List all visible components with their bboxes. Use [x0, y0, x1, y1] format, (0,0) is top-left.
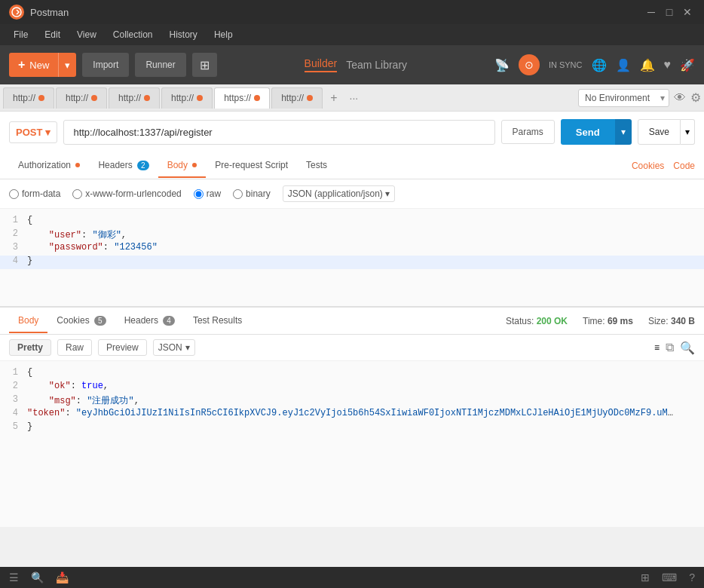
binary-label: binary: [246, 188, 271, 199]
bell-icon[interactable]: 🔔: [640, 58, 655, 72]
more-tabs-button[interactable]: ···: [344, 89, 365, 107]
maximize-button[interactable]: □: [662, 5, 677, 20]
env-eye-icon[interactable]: 👁: [674, 91, 686, 105]
resp-tab-test-results[interactable]: Test Results: [184, 309, 251, 333]
status-panel-icon[interactable]: ☰: [9, 571, 19, 583]
menu-history[interactable]: History: [162, 26, 205, 43]
tab-headers[interactable]: Headers 2: [89, 154, 158, 178]
tab-2[interactable]: http://: [56, 87, 107, 109]
code-link[interactable]: Code: [673, 161, 695, 171]
req-line-1: 1 {: [0, 215, 704, 228]
menu-edit[interactable]: Edit: [37, 26, 68, 43]
form-data-radio[interactable]: [9, 189, 19, 199]
resp-tab-cookies[interactable]: Cookies 5: [47, 309, 115, 333]
resp-json-value: JSON: [158, 342, 182, 353]
globe-icon[interactable]: 🌐: [592, 58, 607, 72]
svg-point-0: [12, 8, 21, 17]
tab-pre-request[interactable]: Pre-request Script: [206, 154, 297, 178]
response-status-bar: Status: 200 OK Time: 69 ms Size: 340 B: [506, 316, 695, 326]
resp-filter-icon[interactable]: ≡: [654, 342, 660, 353]
resp-tab-body[interactable]: Body: [9, 309, 47, 333]
title-bar: Postman ─ □ ✕: [0, 0, 704, 24]
cookies-link[interactable]: Cookies: [632, 161, 664, 171]
menu-view[interactable]: View: [69, 26, 104, 43]
new-button-arrow[interactable]: ▾: [59, 53, 76, 77]
minimize-button[interactable]: ─: [644, 5, 659, 20]
resp-pretty-button[interactable]: Pretty: [9, 339, 51, 356]
resp-cookies-label: Cookies: [57, 315, 89, 326]
send-dropdown-button[interactable]: ▾: [615, 119, 632, 145]
rocket-icon[interactable]: 🚀: [680, 58, 695, 72]
time-value: 69 ms: [608, 316, 633, 326]
status-keyboard-icon[interactable]: ⌨: [662, 571, 677, 583]
add-tab-button[interactable]: +: [324, 88, 343, 108]
new-button[interactable]: + New ▾: [9, 53, 76, 77]
environment-selector[interactable]: No Environment: [578, 89, 669, 107]
notification-icon[interactable]: 📡: [494, 58, 510, 72]
tab-3[interactable]: http://: [109, 87, 160, 109]
menu-file[interactable]: File: [6, 26, 35, 43]
resp-copy-icon[interactable]: ⧉: [666, 341, 674, 354]
status-search-icon[interactable]: 🔍: [31, 571, 44, 583]
tab-6-dot: [307, 95, 313, 101]
new-button-label: New: [29, 60, 49, 71]
url-encoded-option[interactable]: x-www-form-urlencoded: [72, 188, 181, 199]
raw-radio[interactable]: [194, 189, 204, 199]
tab-tests[interactable]: Tests: [297, 154, 336, 178]
heart-icon[interactable]: ♥: [664, 58, 672, 72]
tab-authorization[interactable]: Authorization: [9, 154, 89, 178]
close-button[interactable]: ✕: [680, 5, 695, 20]
tab-body[interactable]: Body: [158, 154, 207, 178]
status-inbox-icon[interactable]: 📥: [56, 571, 69, 583]
time-label: Time: 69 ms: [583, 316, 633, 326]
status-help-icon[interactable]: ?: [689, 571, 695, 583]
binary-option[interactable]: binary: [233, 188, 271, 199]
form-data-option[interactable]: form-data: [9, 188, 60, 199]
tab-2-dot: [91, 95, 97, 101]
menu-collection[interactable]: Collection: [106, 26, 161, 43]
tab-6-label: http://: [281, 93, 304, 103]
authorization-dot: [75, 163, 80, 167]
resp-preview-button[interactable]: Preview: [98, 339, 147, 356]
method-selector[interactable]: POST ▾: [9, 121, 57, 143]
sync-icon[interactable]: ⊙: [519, 54, 540, 75]
user-icon[interactable]: 👤: [616, 58, 631, 72]
resp-raw-button[interactable]: Raw: [57, 339, 92, 356]
team-library-tab[interactable]: Team Library: [346, 59, 407, 71]
resp-body-label: Body: [18, 315, 38, 326]
runner-button[interactable]: Runner: [135, 53, 185, 77]
body-options: form-data x-www-form-urlencoded raw bina…: [0, 179, 704, 209]
tab-4[interactable]: http://: [161, 87, 213, 109]
request-body-editor[interactable]: 1 { 2 "user": "御彩", 3 "password": "12345…: [0, 209, 704, 307]
body-dot: [192, 163, 197, 167]
app-logo: [9, 5, 24, 20]
app-title: Postman: [30, 7, 69, 18]
params-button[interactable]: Params: [501, 120, 555, 144]
response-tabs: Body Cookies 5 Headers 4 Test Results St…: [0, 308, 704, 335]
menu-help[interactable]: Help: [207, 26, 240, 43]
send-button[interactable]: Send: [561, 119, 615, 145]
proxy-button[interactable]: ⊞: [192, 53, 217, 77]
url-encoded-radio[interactable]: [72, 189, 82, 199]
status-layout-icon[interactable]: ⊞: [641, 571, 650, 583]
binary-radio[interactable]: [233, 189, 243, 199]
url-input[interactable]: [63, 120, 494, 145]
raw-label: raw: [207, 188, 221, 199]
new-button-main[interactable]: + New: [9, 53, 59, 77]
resp-json-selector[interactable]: JSON ▾: [153, 339, 195, 356]
resp-tab-headers[interactable]: Headers 4: [115, 309, 184, 333]
save-button[interactable]: Save: [638, 119, 681, 145]
tab-6[interactable]: http://: [271, 87, 323, 109]
builder-tab[interactable]: Builder: [305, 57, 338, 72]
window-controls[interactable]: ─ □ ✕: [644, 5, 695, 20]
save-dropdown-button[interactable]: ▾: [681, 119, 695, 145]
raw-option[interactable]: raw: [194, 188, 221, 199]
status-value: 200 OK: [537, 316, 568, 326]
env-settings-icon[interactable]: ⚙: [690, 90, 701, 105]
json-format-selector[interactable]: JSON (application/json) ▾: [283, 185, 395, 202]
import-button[interactable]: Import: [82, 53, 129, 77]
resp-search-icon[interactable]: 🔍: [680, 341, 695, 355]
tab-5[interactable]: https://: [214, 87, 270, 109]
tab-1-label: http://: [13, 93, 35, 103]
tab-1[interactable]: http://: [3, 87, 54, 109]
